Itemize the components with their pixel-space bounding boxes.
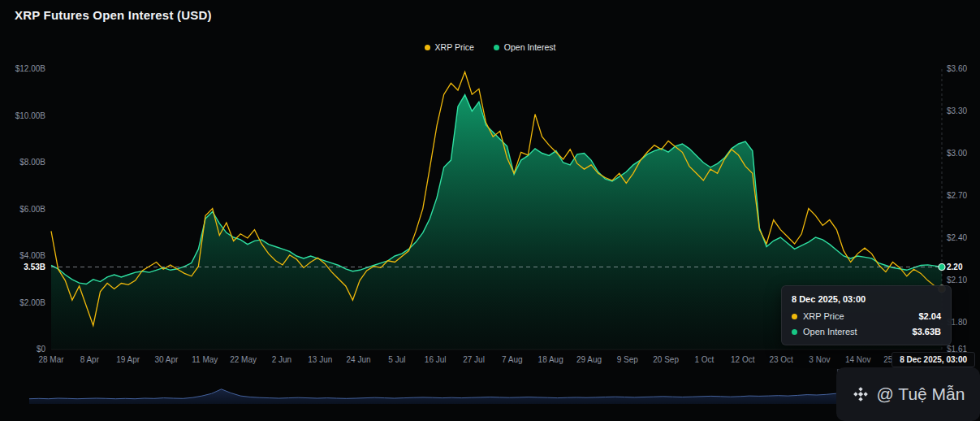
x-axis-label: 20 Sep bbox=[653, 355, 679, 364]
left-axis-tick: $2.00B bbox=[2, 298, 45, 307]
x-axis-label: 12 Oct bbox=[731, 355, 754, 364]
x-axis-label: 3 Nov bbox=[809, 355, 830, 364]
current-open-interest-axis-label: 3.53B bbox=[2, 263, 45, 271]
x-axis-label: 9 Sep bbox=[617, 355, 638, 364]
x-axis-label: 7 Aug bbox=[502, 355, 523, 364]
x-axis-label: 24 Jun bbox=[347, 355, 371, 364]
tooltip-open-interest-label: Open Interest bbox=[803, 327, 857, 336]
x-axis-label: 16 Jul bbox=[425, 355, 447, 364]
x-axis-label: 30 Apr bbox=[154, 355, 178, 364]
x-axis-label: 27 Jul bbox=[463, 355, 485, 364]
tooltip-row-open-interest: Open Interest $3.63B bbox=[792, 327, 941, 336]
x-axis-label: 19 Apr bbox=[116, 355, 140, 364]
x-axis-label: 23 Oct bbox=[769, 355, 792, 364]
left-axis-tick: $0 bbox=[2, 345, 45, 354]
right-axis-tick: $3.00 bbox=[947, 149, 967, 158]
x-axis-label: 29 Aug bbox=[576, 355, 602, 364]
left-axis-tick: $6.00B bbox=[2, 205, 45, 214]
tooltip-xrp-price-dot bbox=[792, 314, 797, 319]
watermark-handle: @ Tuệ Mẫn bbox=[877, 384, 965, 404]
tooltip-xrp-price-value: $2.04 bbox=[918, 311, 941, 321]
tooltip-xrp-price-label: XRP Price bbox=[803, 311, 844, 321]
x-axis-label: 14 Nov bbox=[845, 355, 871, 364]
right-axis-tick: $2.10 bbox=[947, 276, 967, 284]
right-axis-tick: $3.60 bbox=[947, 64, 967, 73]
x-axis-label: 2 Jun bbox=[272, 355, 291, 364]
chart-panel: XRP Futures Open Interest (USD) XRP Pric… bbox=[0, 0, 980, 421]
x-axis-label: 13 Jun bbox=[308, 355, 332, 364]
left-axis-tick: $8.00B bbox=[2, 158, 45, 167]
binance-logo-icon bbox=[852, 385, 870, 403]
tooltip-title: 8 Dec 2025, 03:00 bbox=[792, 294, 941, 304]
right-axis-tick: $3.30 bbox=[947, 106, 967, 115]
tooltip-open-interest-dot bbox=[792, 329, 797, 335]
x-axis-label: 11 May bbox=[192, 355, 218, 364]
right-axis-tick: $2.70 bbox=[947, 191, 967, 200]
x-axis-label: 18 Aug bbox=[538, 355, 563, 364]
current-price-axis-label: 2.20 bbox=[947, 263, 962, 271]
x-axis-label: 1 Oct bbox=[695, 355, 714, 364]
x-axis-label: 28 Mar bbox=[38, 355, 63, 364]
tooltip-row-xrp-price: XRP Price $2.04 bbox=[792, 311, 941, 321]
x-axis-label: 8 Apr bbox=[80, 355, 99, 364]
tooltip-open-interest-value: $3.63B bbox=[913, 327, 941, 336]
right-axis-tick: $2.40 bbox=[947, 233, 967, 242]
watermark: @ Tuệ Mẫn bbox=[836, 367, 980, 421]
left-axis-tick: $10.00B bbox=[2, 111, 45, 120]
left-axis-tick: $4.00B bbox=[2, 251, 45, 260]
x-axis-label: 5 Jul bbox=[388, 355, 405, 364]
x-axis-label: 22 May bbox=[230, 355, 257, 364]
main-chart[interactable] bbox=[0, 0, 980, 421]
left-axis-tick: $12.00B bbox=[2, 64, 45, 73]
crosshair-date-badge: 8 Dec 2025, 03:00 bbox=[891, 352, 975, 367]
tooltip: 8 Dec 2025, 03:00 XRP Price $2.04 Open I… bbox=[781, 285, 952, 345]
